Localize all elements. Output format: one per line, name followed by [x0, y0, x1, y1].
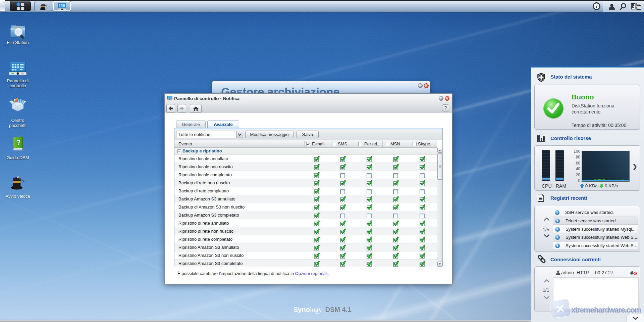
svg-text:?: ? — [16, 138, 20, 147]
